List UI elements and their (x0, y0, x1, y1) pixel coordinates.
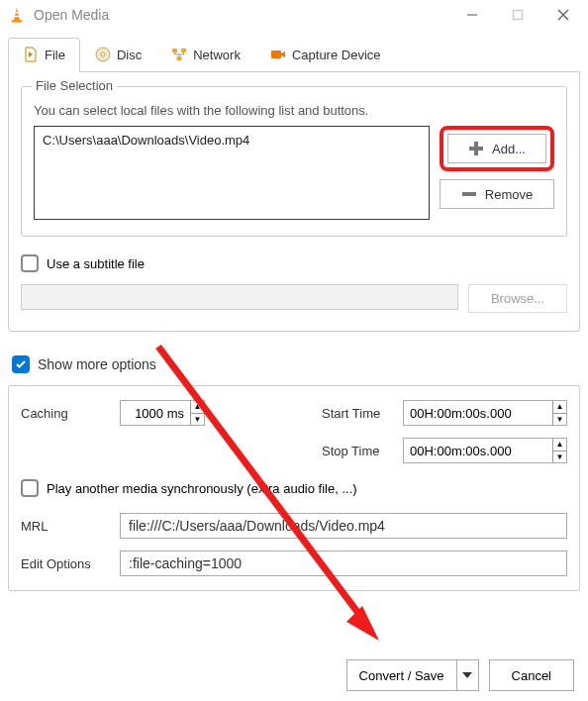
file-selection-help: You can select local files with the foll… (34, 103, 554, 118)
show-more-options-label: Show more options (38, 356, 156, 372)
subtitle-checkbox[interactable] (21, 254, 39, 272)
minus-icon (461, 186, 477, 202)
convert-save-button[interactable]: Convert / Save (346, 659, 457, 691)
file-list[interactable]: C:\Users\aaa\Downloads\Video.mp4 (34, 126, 430, 220)
tab-network-label: Network (193, 48, 241, 62)
network-icon (171, 47, 187, 62)
file-selection-group: File Selection You can select local file… (21, 86, 567, 237)
svg-rect-1 (14, 16, 20, 18)
svg-rect-15 (462, 192, 476, 196)
cancel-button[interactable]: Cancel (489, 659, 574, 691)
start-time-label: Start Time (322, 406, 403, 421)
start-time-spinner[interactable]: ▲▼ (403, 400, 567, 426)
tabs: File Disc Network Capture Device (8, 38, 580, 72)
convert-save-label: Convert / Save (359, 668, 444, 683)
mrl-input[interactable] (120, 513, 567, 539)
vlc-cone-icon (8, 6, 26, 24)
svg-rect-10 (181, 49, 186, 52)
edit-options-input[interactable] (120, 551, 567, 576)
tab-file[interactable]: File (8, 38, 80, 72)
caching-label: Caching (21, 406, 120, 421)
tab-disc-label: Disc (117, 48, 142, 62)
tab-disc[interactable]: Disc (80, 38, 156, 72)
caching-spinner[interactable]: ▲▼ (120, 400, 205, 426)
stop-time-spinner[interactable]: ▲▼ (403, 438, 567, 463)
subtitle-label: Use a subtitle file (47, 256, 145, 271)
stop-time-input[interactable] (404, 439, 552, 462)
maximize-button[interactable] (495, 0, 540, 30)
convert-dropdown-arrow[interactable] (457, 659, 479, 691)
subtitle-browse-button[interactable]: Browse... (468, 284, 567, 313)
disc-icon (95, 47, 111, 62)
capture-icon (270, 47, 286, 62)
file-panel: File Selection You can select local file… (8, 72, 580, 332)
add-button-label: Add... (492, 142, 526, 156)
stop-step-up[interactable]: ▲ (553, 439, 566, 451)
svg-point-8 (101, 52, 105, 56)
minimize-button[interactable] (449, 0, 495, 30)
mrl-label: MRL (21, 519, 120, 534)
play-sync-checkbox[interactable] (21, 479, 39, 497)
svg-marker-17 (346, 606, 379, 641)
subtitle-path-field (21, 284, 458, 310)
file-list-item[interactable]: C:\Users\aaa\Downloads\Video.mp4 (43, 133, 421, 148)
remove-button[interactable]: Remove (440, 179, 554, 209)
play-sync-label: Play another media synchronously (extra … (47, 481, 357, 496)
chevron-down-icon (462, 672, 472, 678)
svg-rect-14 (469, 147, 483, 150)
window-title: Open Media (34, 7, 449, 23)
start-time-input[interactable] (404, 401, 552, 425)
caching-input[interactable] (121, 401, 190, 425)
convert-save-split-button[interactable]: Convert / Save (346, 659, 479, 691)
edit-options-label: Edit Options (21, 556, 120, 571)
cancel-label: Cancel (512, 668, 551, 683)
file-icon (23, 47, 39, 62)
close-button[interactable] (540, 0, 586, 30)
show-more-options-checkbox[interactable] (12, 355, 30, 373)
svg-rect-11 (177, 56, 182, 60)
stop-time-label: Stop Time (322, 444, 403, 458)
tab-file-label: File (45, 48, 65, 62)
file-selection-legend: File Selection (32, 78, 117, 93)
remove-button-label: Remove (485, 187, 533, 202)
start-step-up[interactable]: ▲ (553, 401, 566, 414)
subtitle-browse-label: Browse... (491, 291, 544, 306)
svg-rect-12 (271, 50, 281, 58)
stop-step-down[interactable]: ▼ (553, 451, 566, 463)
titlebar: Open Media (0, 0, 588, 30)
caching-step-up[interactable]: ▲ (191, 401, 204, 414)
add-button-highlight: Add... (440, 126, 554, 171)
svg-rect-2 (12, 20, 23, 22)
tab-capture[interactable]: Capture Device (255, 38, 396, 72)
svg-rect-4 (514, 11, 523, 20)
start-step-down[interactable]: ▼ (553, 414, 566, 426)
tab-network[interactable]: Network (156, 38, 255, 72)
footer-buttons: Convert / Save Cancel (346, 659, 574, 691)
plus-icon (468, 141, 484, 156)
svg-rect-9 (172, 49, 177, 52)
more-options-panel: Caching ▲▼ Start Time ▲▼ Stop Time ▲▼ Pl… (8, 385, 580, 591)
caching-step-down[interactable]: ▼ (191, 414, 204, 426)
tab-capture-label: Capture Device (292, 48, 381, 62)
check-icon (15, 358, 27, 370)
svg-rect-0 (15, 12, 20, 14)
add-button[interactable]: Add... (447, 134, 546, 163)
